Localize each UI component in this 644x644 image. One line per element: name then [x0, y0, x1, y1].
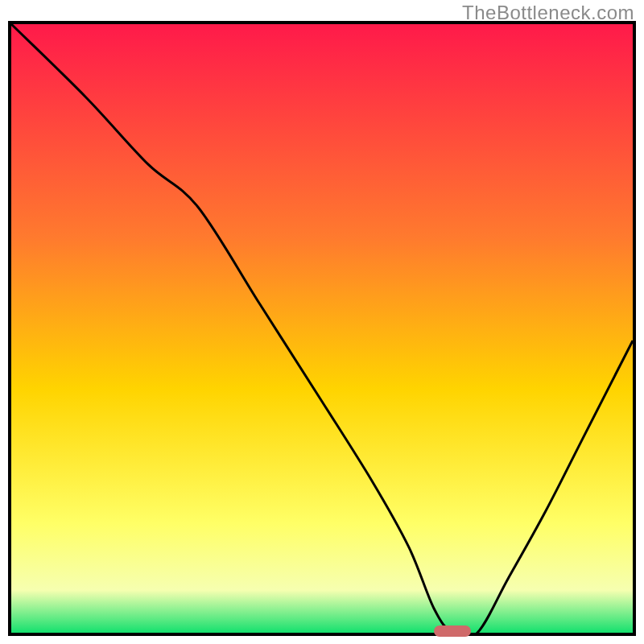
bottleneck-chart — [11, 24, 633, 633]
chart-frame: TheBottleneck.com — [0, 0, 644, 644]
optimal-marker — [434, 625, 471, 637]
